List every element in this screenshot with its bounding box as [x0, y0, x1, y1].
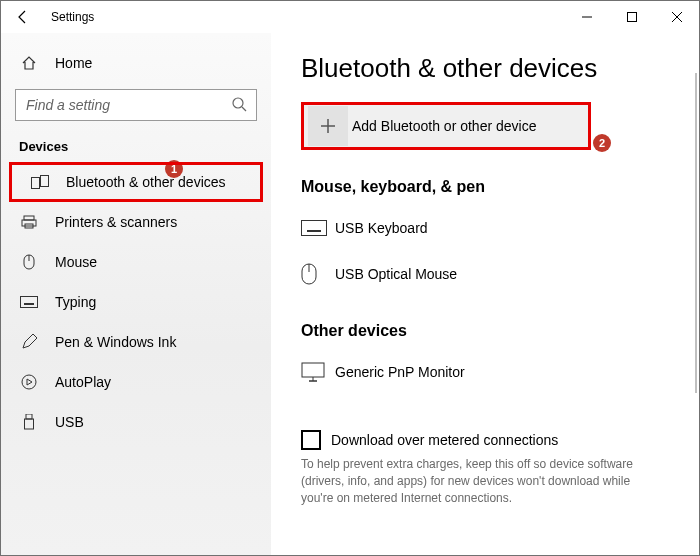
search-icon: [231, 96, 247, 115]
nav-usb[interactable]: USB: [1, 402, 271, 442]
device-row[interactable]: USB Keyboard: [301, 210, 669, 246]
device-label: USB Keyboard: [335, 220, 428, 236]
pen-icon: [19, 334, 39, 350]
sidebar: Home Devices 1 Bluetooth & other devices: [1, 33, 271, 555]
annotation-badge-2: 2: [593, 134, 611, 152]
nav-printers-scanners[interactable]: Printers & scanners: [1, 202, 271, 242]
nav-pen-windows-ink[interactable]: Pen & Windows Ink: [1, 322, 271, 362]
device-row[interactable]: Generic PnP Monitor: [301, 354, 669, 390]
svg-rect-6: [32, 178, 40, 189]
arrow-left-icon: [15, 9, 31, 25]
sidebar-section-title: Devices: [1, 135, 271, 162]
close-icon: [672, 12, 682, 22]
section-heading-input: Mouse, keyboard, & pen: [301, 178, 669, 196]
nav-label: Bluetooth & other devices: [66, 174, 226, 190]
search-input[interactable]: [15, 89, 257, 121]
svg-point-19: [22, 375, 36, 389]
metered-help-text: To help prevent extra charges, keep this…: [301, 456, 641, 506]
svg-rect-33: [302, 363, 324, 377]
nav-label: USB: [55, 414, 84, 430]
autoplay-icon: [19, 374, 39, 390]
svg-rect-13: [21, 297, 38, 308]
svg-rect-9: [22, 220, 36, 226]
maximize-icon: [627, 12, 637, 22]
back-button[interactable]: [11, 5, 35, 29]
home-icon: [19, 55, 39, 71]
svg-rect-7: [41, 176, 49, 187]
close-button[interactable]: [654, 1, 699, 33]
mouse-icon: [19, 254, 39, 270]
minimize-icon: [582, 12, 592, 22]
nav-label: Printers & scanners: [55, 214, 177, 230]
nav-label: Mouse: [55, 254, 97, 270]
svg-rect-8: [24, 216, 34, 220]
bluetooth-devices-icon: [30, 175, 50, 189]
add-device-button[interactable]: Add Bluetooth or other device: [301, 102, 591, 150]
svg-rect-21: [25, 419, 34, 429]
nav-label: Pen & Windows Ink: [55, 334, 176, 350]
scrollbar[interactable]: [695, 73, 697, 393]
svg-rect-1: [627, 13, 636, 22]
metered-checkbox-row[interactable]: Download over metered connections: [301, 430, 669, 450]
home-label: Home: [55, 55, 92, 71]
keyboard-icon: [301, 220, 335, 236]
device-row[interactable]: USB Optical Mouse: [301, 256, 669, 292]
titlebar: Settings: [1, 1, 699, 33]
nav-label: AutoPlay: [55, 374, 111, 390]
page-title: Bluetooth & other devices: [301, 53, 669, 84]
add-device-label: Add Bluetooth or other device: [352, 118, 536, 134]
device-label: Generic PnP Monitor: [335, 364, 465, 380]
plus-icon-box: [308, 106, 348, 146]
svg-line-5: [242, 107, 246, 111]
usb-icon: [19, 414, 39, 430]
nav-bluetooth-other-devices[interactable]: Bluetooth & other devices: [9, 162, 263, 202]
nav-label: Typing: [55, 294, 96, 310]
svg-point-4: [233, 98, 243, 108]
device-label: USB Optical Mouse: [335, 266, 457, 282]
maximize-button[interactable]: [609, 1, 654, 33]
nav-mouse[interactable]: Mouse: [1, 242, 271, 282]
content-area: Bluetooth & other devices Add Bluetooth …: [271, 33, 699, 555]
minimize-button[interactable]: [564, 1, 609, 33]
plus-icon: [320, 118, 336, 134]
home-link[interactable]: Home: [1, 43, 271, 83]
nav-typing[interactable]: Typing: [1, 282, 271, 322]
monitor-icon: [301, 362, 335, 382]
window-title: Settings: [51, 10, 94, 24]
mouse-icon: [301, 263, 335, 285]
keyboard-icon: [19, 296, 39, 308]
metered-checkbox-label: Download over metered connections: [331, 432, 558, 448]
svg-rect-20: [26, 414, 32, 419]
nav-autoplay[interactable]: AutoPlay: [1, 362, 271, 402]
section-heading-other: Other devices: [301, 322, 669, 340]
svg-rect-24: [302, 221, 327, 236]
printer-icon: [19, 214, 39, 230]
checkbox-unchecked-icon: [301, 430, 321, 450]
